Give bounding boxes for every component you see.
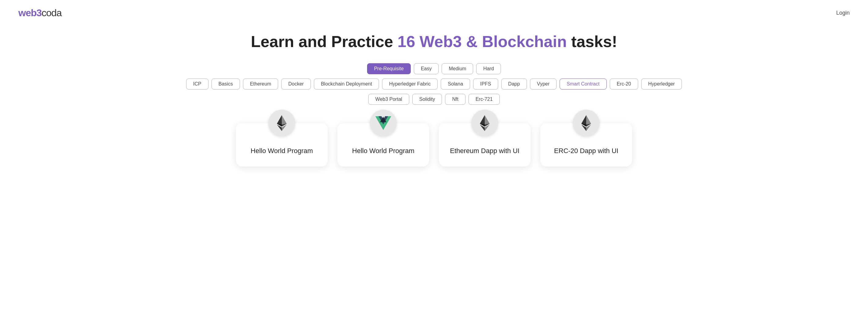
card-title-4: ERC-20 Dapp with UI: [554, 146, 618, 156]
filter-tag-ipfs[interactable]: IPFS: [473, 78, 498, 90]
filter-tag-erc721[interactable]: Erc-721: [468, 94, 500, 105]
filter-tag-smart-contract[interactable]: Smart Contract: [560, 78, 607, 90]
filter-tag-solana[interactable]: Solana: [441, 78, 470, 90]
tag-filter-row2: Web3 Portal Solidity Nft Erc-721: [368, 94, 500, 105]
logo[interactable]: web3coda: [18, 7, 61, 19]
card-icon-solidity-1: [268, 110, 295, 136]
card-title-3: Ethereum Dapp with UI: [450, 146, 519, 156]
filter-tag-vyper[interactable]: Vyper: [530, 78, 557, 90]
filter-btn-prerequisite[interactable]: Pre-Requisite: [367, 63, 411, 74]
card-icon-vue: [370, 110, 397, 136]
filter-section: Pre-Requisite Easy Medium Hard ICP Basic…: [0, 63, 868, 105]
header: web3coda Login: [0, 0, 868, 26]
filter-tag-erc20[interactable]: Erc-20: [610, 78, 638, 90]
filter-tag-basics[interactable]: Basics: [212, 78, 240, 90]
filter-tag-docker[interactable]: Docker: [281, 78, 311, 90]
filter-tag-dapp[interactable]: Dapp: [501, 78, 527, 90]
filter-tag-hyperledger[interactable]: Hyperledger: [641, 78, 682, 90]
hero-title-plain1: Learn and Practice: [251, 33, 398, 51]
hero-section: Learn and Practice 16 Web3 & Blockchain …: [0, 26, 868, 54]
filter-tag-nft[interactable]: Nft: [445, 94, 465, 105]
filter-tag-hyperledger-fabric[interactable]: Hyperledger Fabric: [382, 78, 438, 90]
hero-title: Learn and Practice 16 Web3 & Blockchain …: [6, 32, 862, 51]
cards-section: Hello World Program Hello World Program: [0, 111, 868, 185]
filter-btn-hard[interactable]: Hard: [476, 63, 501, 74]
card-title-2: Hello World Program: [352, 146, 414, 156]
filter-tag-ethereum[interactable]: Ethereum: [243, 78, 278, 90]
card-hello-world-1[interactable]: Hello World Program: [236, 123, 328, 166]
hero-title-highlight: 16 Web3 & Blockchain: [398, 33, 567, 51]
filter-tag-icp[interactable]: ICP: [186, 78, 209, 90]
card-ethereum-dapp[interactable]: Ethereum Dapp with UI: [439, 123, 531, 166]
tag-filter-row1: ICP Basics Ethereum Docker Blockchain De…: [186, 78, 682, 90]
card-icon-solidity-3: [573, 110, 600, 136]
filter-tag-blockchain-deployment[interactable]: Blockchain Deployment: [314, 78, 379, 90]
card-erc20-dapp[interactable]: ERC-20 Dapp with UI: [540, 123, 632, 166]
filter-btn-medium[interactable]: Medium: [442, 63, 473, 74]
hero-title-plain2: tasks!: [567, 33, 617, 51]
card-hello-world-2[interactable]: Hello World Program: [337, 123, 429, 166]
filter-tag-web3portal[interactable]: Web3 Portal: [368, 94, 409, 105]
card-title-1: Hello World Program: [251, 146, 313, 156]
filter-btn-easy[interactable]: Easy: [414, 63, 439, 74]
login-button[interactable]: Login: [836, 10, 850, 16]
card-icon-solidity-2: [471, 110, 498, 136]
difficulty-filter-row: Pre-Requisite Easy Medium Hard: [367, 63, 501, 74]
filter-tag-solidity[interactable]: Solidity: [412, 94, 442, 105]
